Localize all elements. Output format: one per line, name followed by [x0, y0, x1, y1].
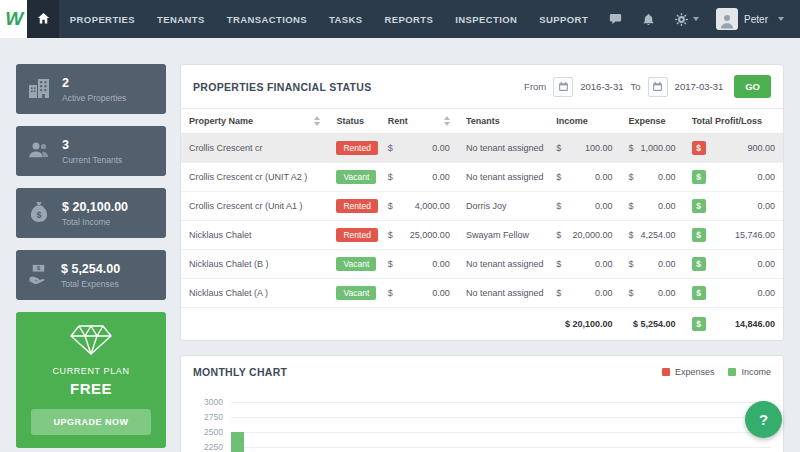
tenants-cell: No tenant assigned	[458, 250, 548, 279]
col-property-name[interactable]: Property Name	[181, 109, 328, 134]
status-cell: Vacant	[328, 250, 379, 279]
svg-text:$: $	[37, 264, 41, 271]
nav-item-tenants[interactable]: TENANTS	[146, 0, 216, 38]
property-name-cell: Crollis Crescent cr	[181, 134, 328, 163]
tenants-cell: No tenant assigned	[458, 134, 548, 163]
expense-cell: $1,000.00	[620, 134, 683, 163]
table-row[interactable]: Nicklaus Chalet (A )Vacant$0.00No tenant…	[181, 279, 783, 308]
sidebar: 2Active Properties 3Current Tenants $ $ …	[16, 64, 166, 448]
expense-cell: $4,254.00	[620, 221, 683, 250]
nav-menu: PROPERTIESTENANTSTRANSACTIONSTASKSREPORT…	[59, 0, 599, 38]
totals-row: $ 20,100.00 $ 5,254.00 $14,846.00	[181, 308, 783, 341]
nav-item-tasks[interactable]: TASKS	[318, 0, 374, 38]
to-date-value[interactable]: 2017-03-31	[675, 81, 724, 92]
table-row[interactable]: Crollis Crescent cr (UNIT A2 )Vacant$0.0…	[181, 163, 783, 192]
bar-income	[231, 432, 244, 452]
income-swatch	[728, 368, 736, 376]
income-cell: $0.00	[548, 279, 620, 308]
col-expense[interactable]: Expense	[620, 109, 683, 134]
col-profit[interactable]: Total Profit/Loss	[684, 109, 783, 134]
from-label: From	[524, 81, 546, 92]
nav-item-inspection[interactable]: INSPECTION	[444, 0, 528, 38]
app-logo[interactable]: W	[0, 0, 27, 38]
profit-cell: $15,746.00	[684, 221, 783, 250]
stat-card-total-expenses[interactable]: $ $ 5,254.00Total Expenses	[16, 250, 166, 300]
col-tenants[interactable]: Tenants	[458, 109, 548, 134]
go-button[interactable]: GO	[734, 75, 771, 98]
rent-cell: $0.00	[380, 134, 458, 163]
from-calendar-icon[interactable]	[553, 77, 573, 97]
gridline	[231, 447, 771, 448]
gridline	[231, 417, 771, 418]
expense-cell: $0.00	[620, 163, 683, 192]
table-row[interactable]: Nicklaus Chalet (B )Vacant$0.00No tenant…	[181, 250, 783, 279]
chat-icon[interactable]	[599, 0, 632, 38]
table-row[interactable]: Nicklaus ChaletRented$25,000.00Swayam Fe…	[181, 221, 783, 250]
nav-item-reports[interactable]: REPORTS	[374, 0, 445, 38]
stat-label: Total Income	[62, 217, 128, 227]
nav-item-support[interactable]: SUPPORT	[528, 0, 599, 38]
diamond-icon	[69, 324, 113, 358]
status-cell: Rented	[328, 134, 379, 163]
property-name-cell: Crollis Crescent cr (Unit A1 )	[181, 192, 328, 221]
chart-plot: 300027502500225020001750	[189, 392, 771, 452]
col-income[interactable]: Income	[548, 109, 620, 134]
financial-title: PROPERTIES FINANCIAL STATUS	[193, 81, 371, 93]
from-date-value[interactable]: 2016-3-31	[580, 81, 623, 92]
totals-spacer	[181, 308, 548, 341]
upgrade-now-button[interactable]: UPGRADE NOW	[31, 409, 151, 435]
income-cell: $20,000.00	[548, 221, 620, 250]
col-status[interactable]: Status	[328, 109, 379, 134]
profit-cell: $900.00	[684, 134, 783, 163]
nav-item-properties[interactable]: PROPERTIES	[59, 0, 146, 38]
stat-value: 2	[62, 76, 126, 90]
table-row[interactable]: Crollis Crescent cr (Unit A1 )Rented$4,0…	[181, 192, 783, 221]
gear-icon[interactable]	[665, 0, 708, 38]
user-menu[interactable]: Peter	[708, 8, 792, 30]
help-button[interactable]: ?	[745, 401, 782, 438]
property-name-cell: Nicklaus Chalet (A )	[181, 279, 328, 308]
plan-card: CURRENT PLAN FREE UPGRADE NOW	[16, 312, 166, 448]
totals-profit: $14,846.00	[684, 308, 783, 341]
profit-dollar-icon: $	[692, 257, 706, 271]
gridline	[231, 432, 771, 433]
plan-name: FREE	[70, 380, 112, 397]
income-cell: $0.00	[548, 163, 620, 192]
rent-cell: $25,000.00	[380, 221, 458, 250]
user-name: Peter	[744, 14, 768, 25]
financial-table: Property Name Status Rent Tenants Income…	[181, 108, 783, 340]
tenants-cell: No tenant assigned	[458, 163, 548, 192]
nav-item-home[interactable]	[27, 0, 59, 38]
logo-letter: W	[5, 8, 22, 30]
sort-icon[interactable]	[444, 116, 450, 126]
chart-legend: Expenses Income	[662, 367, 771, 377]
profit-cell: $0.00	[684, 279, 783, 308]
sort-icon[interactable]	[314, 116, 320, 126]
monthly-chart-card: MONTHLY CHART Expenses Income 3000275025…	[180, 355, 784, 452]
stat-label: Active Properties	[62, 93, 126, 103]
y-axis-label: 2750	[189, 412, 223, 422]
profit-dollar-icon: $	[692, 228, 706, 242]
legend-income: Income	[741, 367, 771, 377]
stat-card-current-tenants[interactable]: 3Current Tenants	[16, 126, 166, 176]
income-cell: $0.00	[548, 192, 620, 221]
user-caret-icon	[778, 17, 784, 21]
income-cell: $0.00	[548, 250, 620, 279]
expenses-swatch	[662, 368, 670, 376]
stat-card-active-properties[interactable]: 2Active Properties	[16, 64, 166, 114]
rent-cell: $0.00	[380, 163, 458, 192]
bell-icon[interactable]	[632, 0, 665, 38]
top-navbar: W PROPERTIESTENANTSTRANSACTIONSTASKSREPO…	[0, 0, 800, 38]
property-name-cell: Crollis Crescent cr (UNIT A2 )	[181, 163, 328, 192]
tenants-cell: Swayam Fellow	[458, 221, 548, 250]
status-badge: Vacant	[336, 257, 376, 271]
nav-item-transactions[interactable]: TRANSACTIONS	[216, 0, 318, 38]
status-cell: Vacant	[328, 163, 379, 192]
expenses-hand-icon: $	[27, 263, 50, 288]
tenants-cell: No tenant assigned	[458, 279, 548, 308]
stat-card-total-income[interactable]: $ $ 20,100.00Total Income	[16, 188, 166, 238]
col-rent[interactable]: Rent	[380, 109, 458, 134]
table-row[interactable]: Crollis Crescent crRented$0.00No tenant …	[181, 134, 783, 163]
to-calendar-icon[interactable]	[648, 77, 668, 97]
profit-dollar-icon: $	[692, 286, 706, 300]
